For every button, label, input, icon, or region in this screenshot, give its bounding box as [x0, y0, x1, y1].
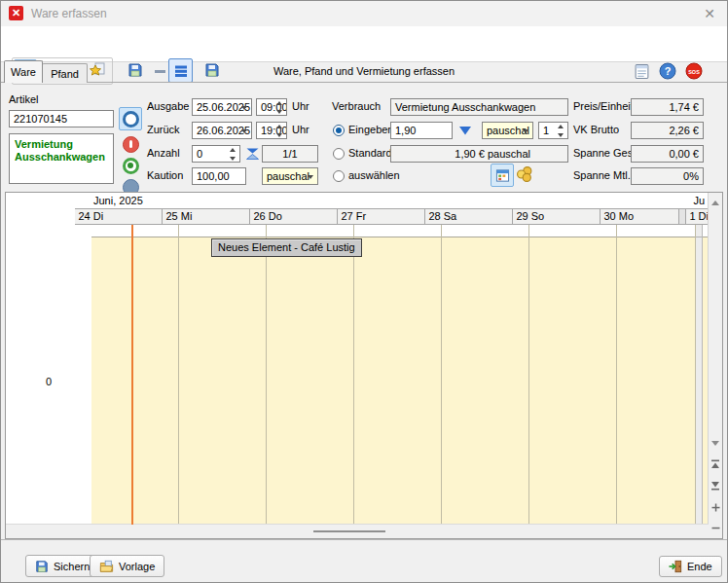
- artikel-name-box: Vermietung Ausschankwagen: [9, 133, 114, 184]
- day-column[interactable]: [267, 225, 354, 525]
- status-ok-button[interactable]: [119, 154, 142, 177]
- app-window: ✕ Ware erfassen ✕ Ware, Pfand und Vermie…: [0, 0, 728, 583]
- month-label-next: Ju: [693, 195, 705, 206]
- folder-template-icon: [99, 560, 114, 573]
- app-icon: ✕: [9, 6, 23, 20]
- auswaehlen-radio-label[interactable]: auswählen: [348, 167, 400, 184]
- zurueck-date-select[interactable]: 26.06.2025: [192, 122, 252, 139]
- chevron-down-icon: [241, 106, 247, 110]
- zoom-in-icon[interactable]: [709, 500, 722, 514]
- month-label: Juni, 2025: [93, 195, 143, 206]
- day-header: 30 Mo: [601, 209, 679, 224]
- calendar-gutter-header: [6, 208, 75, 225]
- month-separator: [696, 225, 703, 525]
- day-column[interactable]: [91, 225, 179, 525]
- zurueck-label: Zurück: [147, 122, 180, 138]
- kaution-input[interactable]: 100,00: [192, 167, 246, 185]
- status-ring-button[interactable]: [119, 107, 142, 130]
- status-stop-button[interactable]: [119, 132, 142, 156]
- spinner-arrows-icon[interactable]: [273, 125, 284, 137]
- day-header: 24 Di: [75, 209, 163, 224]
- spanne-ges-field: 0,00 €: [631, 145, 704, 163]
- spanne-ges-label: Spanne Ges.: [573, 145, 636, 162]
- new-element-tooltip: Neues Element - Café Lustig: [211, 238, 362, 257]
- standard-radio-label[interactable]: Standard: [348, 145, 392, 162]
- calendar-body: 0: [6, 225, 709, 525]
- day-header: 29 So: [513, 209, 601, 224]
- eingeben-radio[interactable]: [333, 125, 345, 136]
- day-header: 28 Sa: [425, 209, 513, 224]
- standard-price-field: 1,90 € pauschal: [390, 145, 568, 163]
- scroll-to-bottom-icon[interactable]: [709, 479, 722, 492]
- sichern-button[interactable]: Sichern: [25, 555, 99, 577]
- day-column[interactable]: [617, 225, 696, 525]
- blue-triangle-down-icon: [458, 126, 472, 136]
- day-header: 27 Fr: [338, 209, 425, 224]
- tab-rule: [1, 82, 727, 83]
- vertical-scrollbar[interactable]: [708, 193, 722, 538]
- ausgabe-time-stepper[interactable]: 09:00: [256, 98, 287, 116]
- kaution-unit-select[interactable]: pauschal: [262, 167, 318, 185]
- scroll-down-icon[interactable]: [709, 436, 722, 450]
- booking-calendar: Juni, 2025 Ju 24 Di 25 Mi 26 Do 27 Fr 28…: [5, 192, 723, 539]
- calendar-month-row: Juni, 2025 Ju: [6, 193, 709, 208]
- calendar-day-header: 24 Di 25 Mi 26 Do 27 Fr 28 Sa 29 So 30 M…: [6, 208, 709, 225]
- day-header: 1 Di: [686, 209, 709, 224]
- day-column[interactable]: [442, 225, 529, 525]
- vk-brutto-label: VK Brutto: [573, 122, 619, 138]
- price-table-icon: [495, 168, 510, 183]
- day-column[interactable]: [529, 225, 617, 525]
- eingeben-radio-label[interactable]: Eingeben: [348, 122, 394, 138]
- artikel-input[interactable]: 221070145: [9, 110, 114, 128]
- uhr-label: Uhr: [292, 98, 309, 115]
- horizontal-scrollbar-thumb[interactable]: [313, 530, 385, 532]
- scroll-up-icon[interactable]: [709, 196, 722, 209]
- eingeben-qty-stepper[interactable]: 1: [538, 122, 568, 139]
- zurueck-time-stepper[interactable]: 19:00: [256, 122, 287, 139]
- title-bar: ✕ Ware erfassen ✕: [1, 1, 727, 26]
- horizontal-scrollbar[interactable]: [6, 524, 709, 538]
- preis-einheit-field: 1,74 €: [631, 98, 704, 116]
- chevron-down-icon: [308, 175, 313, 179]
- anzahl-stepper[interactable]: 0: [192, 145, 240, 163]
- month-separator: [679, 209, 686, 224]
- availability-button[interactable]: [245, 147, 260, 161]
- eingeben-unit-select[interactable]: pauschal: [482, 122, 533, 139]
- auswaehlen-radio[interactable]: [333, 170, 345, 182]
- spinner-arrows-icon[interactable]: [227, 148, 237, 161]
- calendar-row-gutter: 0: [6, 225, 91, 525]
- scroll-to-top-icon[interactable]: [709, 457, 722, 471]
- footer-bar: Sichern Vorlage Ende: [1, 539, 727, 582]
- close-icon[interactable]: ✕: [700, 4, 719, 23]
- coins-button[interactable]: [516, 165, 533, 183]
- chevron-down-icon: [241, 129, 247, 133]
- spinner-arrows-icon[interactable]: [273, 101, 284, 114]
- tab-pfand[interactable]: Pfand: [42, 63, 88, 83]
- spinner-arrows-icon[interactable]: [555, 125, 565, 137]
- price-table-button[interactable]: [491, 164, 514, 187]
- preis-einheit-label: Preis/Einheit: [573, 98, 634, 115]
- eingeben-input[interactable]: 1,90: [390, 122, 453, 139]
- spanne-mtl-label: Spanne Mtl.: [573, 167, 631, 184]
- ausgabe-label: Ausgabe: [147, 98, 189, 115]
- save-icon: [35, 560, 49, 573]
- day-column[interactable]: [354, 225, 442, 525]
- anzahl-ratio-field: 1/1: [262, 145, 318, 163]
- ok-icon: [123, 158, 139, 174]
- coins-icon: [516, 165, 533, 183]
- chevron-down-icon: [523, 129, 528, 133]
- day-column[interactable]: [179, 225, 267, 525]
- toolbar: Ware, Pfand und Vermietung erfassen ? SO…: [1, 26, 727, 62]
- verbrauch-label: Verbrauch: [332, 98, 381, 115]
- ende-button[interactable]: Ende: [659, 556, 722, 577]
- standard-radio[interactable]: [333, 148, 345, 160]
- vorlage-button[interactable]: Vorlage: [90, 555, 164, 577]
- vk-brutto-field: 2,26 €: [631, 122, 704, 139]
- kaution-label: Kaution: [147, 167, 183, 184]
- zoom-out-icon[interactable]: [709, 521, 722, 534]
- day-header: 26 Do: [250, 209, 338, 224]
- anzahl-label: Anzahl: [147, 145, 180, 162]
- tab-ware[interactable]: Ware: [4, 60, 43, 83]
- ausgabe-date-select[interactable]: 25.06.2025: [192, 98, 252, 116]
- price-dropdown-button[interactable]: [458, 126, 472, 136]
